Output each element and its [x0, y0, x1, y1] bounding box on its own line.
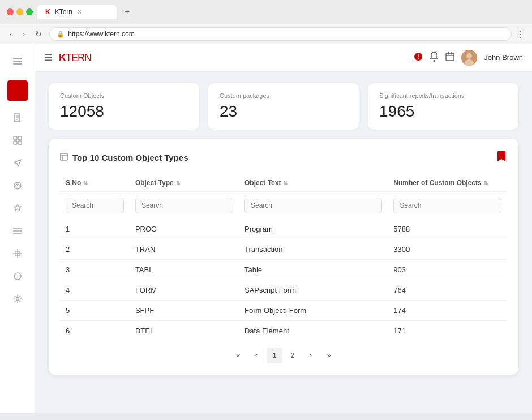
browser-traffic-lights — [7, 8, 33, 15]
back-button[interactable]: ‹ — [7, 28, 15, 40]
cell-text-3: SAPscript Form — [239, 280, 388, 301]
cell-text-5: Data Element — [239, 321, 388, 341]
bookmark-icon[interactable] — [496, 150, 507, 165]
stat-value-0: 12058 — [60, 102, 188, 121]
close-dot[interactable] — [7, 8, 14, 15]
search-cell-count — [388, 192, 507, 220]
pagination-page-2[interactable]: 2 — [285, 348, 301, 363]
svg-rect-10 — [18, 141, 22, 144]
col-header-sno[interactable]: S No ⇅ — [60, 174, 130, 192]
stat-label-1: Custom packages — [220, 92, 347, 99]
table-title-text: Top 10 Custom Object Types — [72, 153, 188, 162]
cell-type-5: DTEL — [130, 321, 239, 341]
svg-point-30 — [466, 53, 472, 59]
svg-rect-9 — [14, 141, 17, 144]
search-input-sno[interactable] — [66, 198, 124, 213]
cell-type-1: TRAN — [130, 239, 239, 260]
tab-title: KTern — [55, 8, 72, 16]
data-table: S No ⇅ Object Type ⇅ Object Text — [60, 174, 507, 341]
header-actions: ! John Brown — [414, 50, 523, 66]
avatar — [461, 50, 477, 66]
cell-count-1: 3300 — [388, 239, 507, 260]
pagination-prev[interactable]: ‹ — [248, 348, 264, 363]
table-search-row — [60, 192, 507, 220]
forward-button[interactable]: › — [20, 28, 28, 40]
table-row: 1PROGProgram5788 — [60, 219, 507, 239]
cell-sno-2: 3 — [60, 260, 130, 280]
sidebar-item-circle[interactable] — [7, 266, 28, 286]
sort-icon-text: ⇅ — [283, 180, 288, 186]
pagination-next[interactable]: › — [303, 348, 319, 363]
sort-icon-type: ⇅ — [175, 180, 180, 186]
col-header-count[interactable]: Number of Custom Objects ⇅ — [388, 174, 507, 192]
header-alert-button[interactable]: ! — [414, 52, 423, 63]
sidebar-item-target[interactable] — [7, 175, 28, 196]
header-calendar-button[interactable] — [445, 52, 454, 63]
col-header-text[interactable]: Object Text ⇅ — [239, 174, 388, 192]
cell-count-3: 764 — [388, 280, 507, 301]
search-input-count[interactable] — [393, 198, 501, 213]
cell-type-2: TABL — [130, 260, 239, 280]
minimize-dot[interactable] — [16, 8, 23, 15]
stat-card-custom-packages: Custom packages 23 — [208, 83, 359, 130]
svg-rect-0 — [13, 58, 22, 59]
col-header-type[interactable]: Object Type ⇅ — [130, 174, 239, 192]
sidebar-item-list[interactable] — [7, 221, 28, 241]
cell-text-4: Form Object: Form — [239, 301, 388, 321]
cell-count-4: 174 — [388, 301, 507, 321]
cell-sno-4: 5 — [60, 301, 130, 321]
table-card-title: Top 10 Custom Object Types — [60, 153, 188, 162]
sidebar-item-crosshair[interactable] — [7, 243, 28, 264]
tab-favicon: K — [45, 8, 50, 16]
header-notification-button[interactable] — [430, 52, 439, 64]
svg-point-24 — [434, 60, 435, 62]
sidebar-item-send[interactable] — [7, 153, 28, 173]
table-row: 5SFPFForm Object: Form174 — [60, 301, 507, 321]
svg-rect-25 — [446, 53, 454, 61]
cell-sno-3: 4 — [60, 280, 130, 301]
sort-icon-sno: ⇅ — [83, 180, 88, 186]
reload-button[interactable]: ↻ — [32, 28, 45, 40]
logo-k: K — [59, 52, 66, 63]
sidebar-hamburger[interactable] — [7, 51, 28, 71]
table-header-row: S No ⇅ Object Type ⇅ Object Text — [60, 174, 507, 192]
address-bar[interactable]: 🔒 https://www.ktern.com — [49, 27, 512, 41]
table-header-icon — [60, 153, 68, 162]
app-header: ☰ KTERN ! — [35, 44, 532, 71]
table-row: 4FORMSAPscript Form764 — [60, 280, 507, 301]
user-name: John Brown — [484, 53, 523, 62]
header-hamburger[interactable]: ☰ — [44, 52, 52, 63]
svg-rect-7 — [14, 136, 17, 140]
search-input-type[interactable] — [135, 198, 233, 213]
app-logo: KTERN — [59, 51, 407, 64]
browser-tab[interactable]: K KTern ✕ — [37, 5, 117, 19]
sidebar-item-settings[interactable] — [7, 289, 28, 309]
svg-rect-8 — [18, 136, 22, 140]
tab-close-button[interactable]: ✕ — [77, 8, 82, 16]
cell-sno-0: 1 — [60, 219, 130, 239]
svg-text:!: ! — [418, 54, 419, 60]
sort-icon-count: ⇅ — [483, 180, 488, 186]
cell-count-5: 171 — [388, 321, 507, 341]
sidebar-item-star[interactable] — [7, 198, 28, 218]
cell-sno-1: 2 — [60, 239, 130, 260]
stat-card-significant-reports: Significant reports/transactions 1965 — [368, 83, 518, 130]
pagination-last[interactable]: » — [321, 348, 337, 363]
browser-menu-button[interactable]: ⋮ — [516, 29, 525, 40]
cell-count-0: 5788 — [388, 219, 507, 239]
sidebar-item-grid[interactable] — [7, 130, 28, 151]
stat-label-2: Significant reports/transactions — [379, 92, 507, 99]
cell-type-3: FORM — [130, 280, 239, 301]
new-tab-button[interactable]: + — [121, 7, 133, 17]
sidebar-item-documents[interactable] — [7, 108, 28, 128]
main-content: Custom Objects 12058 Custom packages 23 … — [35, 72, 532, 413]
svg-point-21 — [16, 298, 19, 301]
search-cell-sno — [60, 192, 130, 220]
pagination-first[interactable]: « — [230, 348, 246, 363]
maximize-dot[interactable] — [26, 8, 33, 15]
table-row: 3TABLTable903 — [60, 260, 507, 280]
table-row: 2TRANTransaction3300 — [60, 239, 507, 260]
search-input-text[interactable] — [244, 198, 382, 213]
url-text: https://www.ktern.com — [68, 30, 134, 38]
pagination-page-1[interactable]: 1 — [267, 348, 282, 363]
